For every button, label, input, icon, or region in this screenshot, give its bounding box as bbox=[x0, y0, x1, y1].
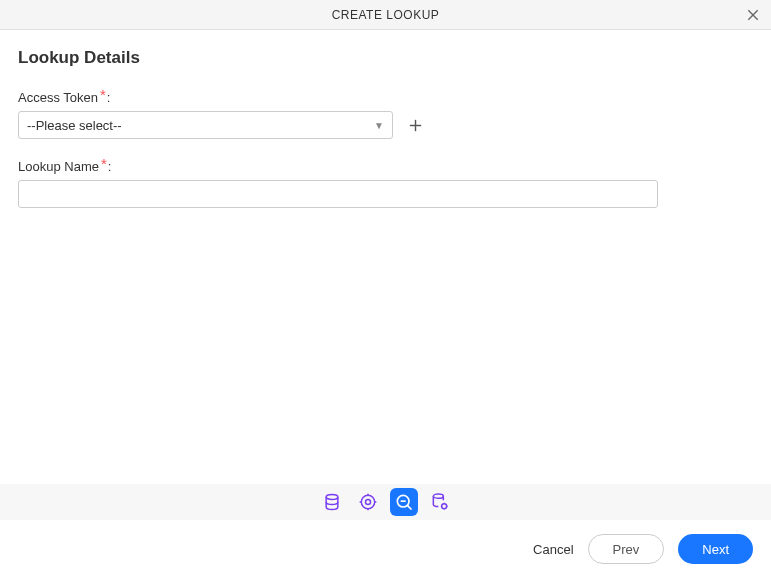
next-button[interactable]: Next bbox=[678, 534, 753, 564]
plus-icon bbox=[407, 117, 424, 134]
svg-point-5 bbox=[361, 495, 374, 508]
modal-title: CREATE LOOKUP bbox=[332, 8, 440, 22]
access-token-label-text: Access Token bbox=[18, 90, 98, 105]
svg-point-11 bbox=[441, 504, 446, 509]
access-token-label: Access Token * : bbox=[18, 88, 753, 105]
search-minus-icon bbox=[394, 492, 414, 512]
lookup-name-field-group: Lookup Name * : bbox=[18, 157, 753, 208]
stepper-row bbox=[0, 484, 771, 520]
access-token-row: --Please select-- ▼ bbox=[18, 111, 753, 139]
step-data-source[interactable] bbox=[318, 488, 346, 516]
database-gear-icon bbox=[430, 492, 450, 512]
svg-line-9 bbox=[407, 505, 411, 509]
svg-point-10 bbox=[433, 494, 443, 498]
svg-point-6 bbox=[365, 500, 370, 505]
lookup-name-input[interactable] bbox=[18, 180, 658, 208]
close-button[interactable] bbox=[743, 5, 763, 25]
lookup-name-label: Lookup Name * : bbox=[18, 157, 753, 174]
cancel-button[interactable]: Cancel bbox=[533, 542, 573, 557]
step-lookup-details[interactable] bbox=[390, 488, 418, 516]
gear-target-icon bbox=[358, 492, 378, 512]
close-icon bbox=[745, 7, 761, 23]
access-token-select[interactable]: --Please select-- ▼ bbox=[18, 111, 393, 139]
chevron-down-icon: ▼ bbox=[374, 120, 384, 131]
footer: Cancel Prev Next bbox=[0, 520, 771, 578]
database-icon bbox=[322, 492, 342, 512]
access-token-field-group: Access Token * : --Please select-- ▼ bbox=[18, 88, 753, 139]
access-token-colon: : bbox=[107, 90, 111, 105]
required-asterisk: * bbox=[100, 86, 106, 103]
required-asterisk: * bbox=[101, 155, 107, 172]
modal-header: CREATE LOOKUP bbox=[0, 0, 771, 30]
lookup-name-label-text: Lookup Name bbox=[18, 159, 99, 174]
step-configure[interactable] bbox=[354, 488, 382, 516]
access-token-select-value: --Please select-- bbox=[27, 118, 374, 133]
content-area: Lookup Details Access Token * : --Please… bbox=[0, 30, 771, 208]
svg-point-4 bbox=[326, 495, 338, 500]
section-title: Lookup Details bbox=[18, 48, 753, 68]
step-data-settings[interactable] bbox=[426, 488, 454, 516]
lookup-name-colon: : bbox=[108, 159, 112, 174]
prev-button[interactable]: Prev bbox=[588, 534, 665, 564]
add-access-token-button[interactable] bbox=[405, 115, 425, 135]
